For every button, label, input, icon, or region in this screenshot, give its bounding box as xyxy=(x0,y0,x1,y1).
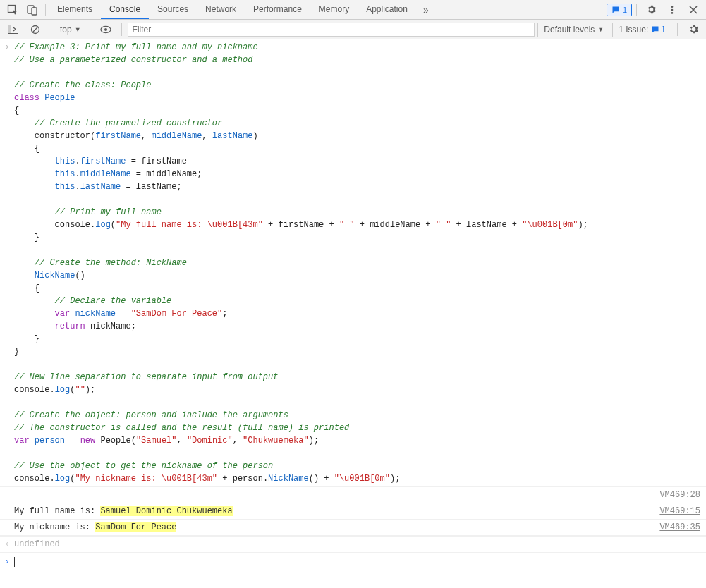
console-toolbar: top ▼ Default levels ▼ 1 Issue: 1 xyxy=(0,20,706,39)
tab-memory[interactable]: Memory xyxy=(310,0,358,19)
message-icon xyxy=(611,6,620,14)
console-settings-icon[interactable] xyxy=(683,20,703,39)
panel-tabs: Elements Console Sources Network Perform… xyxy=(49,0,607,19)
toggle-sidebar-icon[interactable] xyxy=(3,20,23,39)
svg-point-11 xyxy=(104,28,107,31)
divider xyxy=(45,4,46,16)
svg-rect-7 xyxy=(8,25,11,34)
issues-count: 1 xyxy=(661,25,666,35)
issues-badge: 1 xyxy=(651,25,666,35)
dropdown-icon: ▼ xyxy=(597,26,604,33)
svg-line-9 xyxy=(32,27,38,32)
close-icon[interactable] xyxy=(683,1,703,19)
source-link[interactable]: VM469:15 xyxy=(655,505,700,517)
context-label: top xyxy=(60,25,72,35)
tab-performance[interactable]: Performance xyxy=(245,0,310,19)
live-expression-icon[interactable] xyxy=(96,20,116,39)
execution-context-select[interactable]: top ▼ xyxy=(57,23,84,36)
source-link[interactable]: VM469:35 xyxy=(655,521,700,534)
svg-point-5 xyxy=(671,12,674,14)
input-marker-icon: › xyxy=(0,41,14,485)
settings-icon[interactable] xyxy=(641,1,661,19)
messages-badge[interactable]: 1 xyxy=(607,4,632,16)
divider xyxy=(121,23,122,36)
divider xyxy=(636,4,637,16)
source-link[interactable]: VM469:28 xyxy=(655,489,700,501)
messages-count: 1 xyxy=(623,6,627,14)
kebab-menu-icon[interactable] xyxy=(662,1,682,19)
prompt-input[interactable] xyxy=(14,556,706,568)
clear-console-icon[interactable] xyxy=(25,20,45,39)
console-output: › // Example 3: Print my full name and m… xyxy=(0,39,706,588)
svg-rect-2 xyxy=(32,8,37,15)
divider xyxy=(90,23,90,36)
console-log-row: VM469:28 xyxy=(0,486,706,503)
tab-console[interactable]: Console xyxy=(101,0,149,19)
tab-sources[interactable]: Sources xyxy=(149,0,197,19)
log-message: My nickname is: SamDom For Peace xyxy=(14,521,706,534)
log-empty xyxy=(14,489,706,501)
console-input-echo: › // Example 3: Print my full name and m… xyxy=(0,39,706,486)
blank-marker xyxy=(0,521,14,534)
divider xyxy=(51,23,51,36)
toggle-device-icon[interactable] xyxy=(23,1,42,19)
message-icon xyxy=(651,25,659,34)
tab-elements[interactable]: Elements xyxy=(49,0,101,19)
blank-marker xyxy=(0,505,14,517)
more-tabs-icon[interactable]: » xyxy=(416,1,436,19)
devtools-main-toolbar: Elements Console Sources Network Perform… xyxy=(0,0,706,20)
blank-marker xyxy=(0,489,14,501)
log-message: My full name is: Samuel Dominic Chukwuem… xyxy=(14,505,706,517)
tab-network[interactable]: Network xyxy=(197,0,245,19)
levels-label: Default levels xyxy=(544,25,595,35)
toolbar-right: 1 xyxy=(607,1,703,19)
tab-application[interactable]: Application xyxy=(358,0,416,19)
return-marker-icon: ‹ xyxy=(0,538,14,551)
filter-input[interactable] xyxy=(128,23,535,37)
prompt-marker-icon: › xyxy=(0,556,14,568)
svg-point-4 xyxy=(671,8,674,11)
console-log-row: My nickname is: SamDom For Peace VM469:3… xyxy=(0,520,706,536)
divider xyxy=(677,23,678,36)
return-value-row: ‹ undefined xyxy=(0,536,706,552)
svg-point-3 xyxy=(671,6,674,8)
console-prompt[interactable]: › xyxy=(0,552,706,571)
console-log-row: My full name is: Samuel Dominic Chukwuem… xyxy=(0,503,706,520)
issues-label: 1 Issue: xyxy=(619,25,648,35)
inspect-element-icon[interactable] xyxy=(3,1,23,19)
issues-button[interactable]: 1 Issue: 1 xyxy=(612,23,671,37)
return-value: undefined xyxy=(14,538,706,551)
code-block[interactable]: // Example 3: Print my full name and my … xyxy=(14,41,706,485)
log-levels-select[interactable]: Default levels ▼ xyxy=(537,23,609,37)
dropdown-icon: ▼ xyxy=(75,26,81,33)
